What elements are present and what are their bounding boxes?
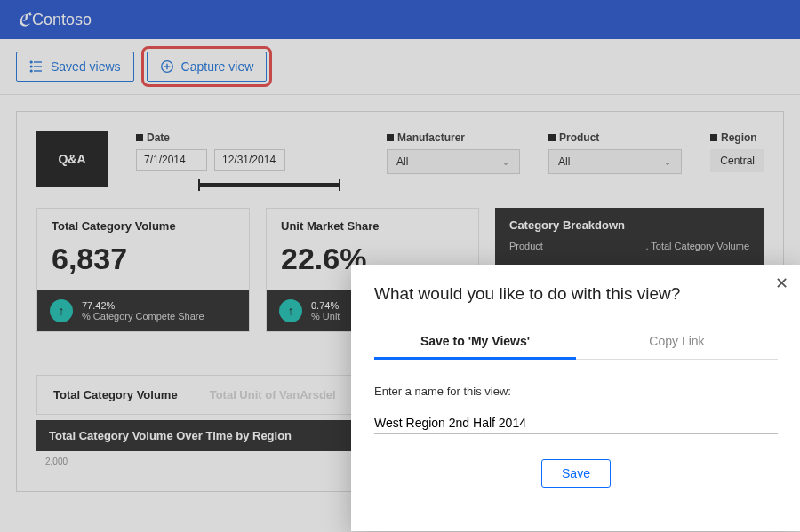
product-label: Product [548,131,682,144]
plus-circle-icon [160,60,174,74]
capture-view-label: Capture view [181,60,254,74]
tab-total-category-volume[interactable]: Total Category Volume [37,376,194,414]
svg-point-3 [30,61,32,63]
view-name-label: Enter a name for this view: [374,385,778,398]
qna-tile[interactable]: Q&A [36,131,108,187]
kpi-share-delta: 0.74% [311,300,340,311]
region-value[interactable]: Central [710,149,764,172]
capture-view-button[interactable]: Capture view [147,52,268,82]
manufacturer-dropdown[interactable]: All ⌄ [387,149,520,174]
saved-views-button[interactable]: Saved views [16,52,134,82]
kpi-share-caption: % Unit [311,311,340,322]
tab-copy-link[interactable]: Copy Link [576,325,778,359]
date-end-input[interactable] [214,149,285,171]
product-value: All [558,155,570,168]
kpi-volume-caption: % Category Compete Share [82,311,204,322]
date-slicer-label: Date [136,131,314,144]
tab-total-unit-vanarsdel[interactable]: Total Unit of VanArsdel [194,376,352,414]
save-label: Save [562,466,590,480]
tab-save-my-views[interactable]: Save to 'My Views' [374,325,576,360]
arrow-up-icon: ↑ [50,299,73,322]
filters-row: Q&A Date Manufacturer All ⌄ Product All … [36,131,764,187]
breakdown-col-volume: . Total Category Volume [645,241,749,251]
modal-title: What would you like to do with this view… [374,284,778,304]
saved-views-label: Saved views [51,60,121,74]
region-label: Region [710,131,764,144]
brand-bar: ℭ Contoso [0,0,800,39]
manufacturer-slicer[interactable]: Manufacturer All ⌄ [387,131,520,174]
svg-point-4 [30,66,32,67]
manufacturer-value: All [396,155,408,168]
kpi-share-title: Unit Market Share [267,209,478,236]
manufacturer-label: Manufacturer [387,131,520,144]
brand-name: Contoso [32,11,92,29]
date-range-slider[interactable] [198,183,340,187]
modal-tabs: Save to 'My Views' Copy Link [374,325,778,360]
close-icon: ✕ [775,274,788,292]
list-icon [29,60,44,74]
toolbar: Saved views Capture view [0,39,800,95]
product-dropdown[interactable]: All ⌄ [548,149,682,174]
product-slicer[interactable]: Product All ⌄ [548,131,682,174]
qna-label: Q&A [58,152,85,166]
region-slicer[interactable]: Region Central [710,131,764,172]
date-slicer[interactable]: Date [136,131,314,187]
capture-view-modal: ✕ What would you like to do with this vi… [351,265,800,531]
save-button[interactable]: Save [541,459,611,488]
close-button[interactable]: ✕ [775,274,788,293]
breakdown-title: Category Breakdown [509,218,749,232]
arrow-up-icon: ↑ [279,299,302,322]
date-start-input[interactable] [136,149,207,171]
kpi-card-volume[interactable]: Total Category Volume 6,837 ↑ 77.42% % C… [36,208,250,332]
view-name-input[interactable] [374,410,778,434]
kpi-volume-value: 6,837 [37,236,249,290]
breakdown-col-product: Product [509,241,543,251]
kpi-volume-footer: ↑ 77.42% % Category Compete Share [37,290,249,331]
chevron-down-icon: ⌄ [663,155,672,168]
kpi-volume-title: Total Category Volume [37,209,249,236]
chevron-down-icon: ⌄ [501,155,510,168]
svg-point-5 [30,70,32,72]
kpi-volume-delta: 77.42% [82,300,204,311]
brand-logo: ℭ [18,9,30,30]
